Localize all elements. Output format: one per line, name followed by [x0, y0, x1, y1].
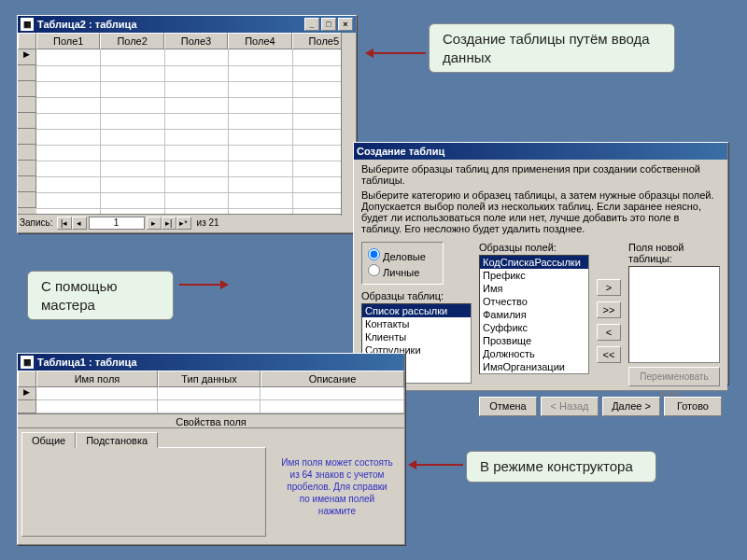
- callout-text: Создание таблицы путём ввода данных: [443, 31, 650, 65]
- nav-next-button[interactable]: ▸: [147, 217, 162, 230]
- help-text: Имя поля может состоять из 64 знаков с у…: [281, 456, 393, 517]
- list-item[interactable]: Прозвище: [480, 334, 588, 347]
- list-item[interactable]: Отчество: [480, 295, 588, 308]
- nav-first-button[interactable]: |◂: [57, 217, 72, 230]
- list-item[interactable]: Фамилия: [480, 308, 588, 321]
- wizard-intro-2: Выберите категорию и образец таблицы, а …: [361, 189, 720, 234]
- window-title: Таблица2 : таблица: [37, 19, 137, 30]
- list-item[interactable]: Клиенты: [362, 330, 471, 343]
- titlebar[interactable]: ▦ Таблица1 : таблица: [18, 354, 404, 371]
- category-radio-group: Деловые Личные: [361, 242, 444, 285]
- row-selector[interactable]: [18, 400, 36, 413]
- next-button[interactable]: Далее >: [602, 397, 660, 416]
- properties-panel[interactable]: [21, 447, 266, 537]
- row-selector[interactable]: [18, 129, 36, 145]
- callout-datasheet: Создание таблицы путём ввода данных: [429, 23, 675, 73]
- new-fields-listbox[interactable]: [628, 266, 720, 363]
- add-all-fields-button[interactable]: >>: [597, 301, 621, 318]
- cancel-button[interactable]: Отмена: [479, 397, 537, 416]
- minimize-button[interactable]: _: [304, 18, 319, 31]
- callout-text: В режиме конструктора: [480, 458, 633, 474]
- row-selector[interactable]: [18, 161, 36, 176]
- window-title: Таблица1 : таблица: [37, 357, 137, 368]
- list-item[interactable]: КодСпискаРассылки: [480, 256, 588, 269]
- window-table-wizard: Создание таблиц Выберите образцы таблиц …: [353, 142, 728, 385]
- nav-total: из 21: [197, 217, 219, 228]
- nav-label: Запись:: [20, 217, 53, 228]
- window-design-view: ▦ Таблица1 : таблица Имя поля Тип данных…: [17, 353, 405, 545]
- table-icon: ▦: [21, 356, 34, 369]
- arrow-icon: [179, 284, 226, 286]
- window-title: Создание таблиц: [357, 146, 444, 157]
- row-selector[interactable]: [18, 81, 36, 97]
- tab-general[interactable]: Общие: [21, 432, 76, 448]
- select-all-box[interactable]: [18, 33, 36, 49]
- row-selector[interactable]: [18, 176, 36, 192]
- list-item[interactable]: Список рассылки: [362, 304, 471, 317]
- finish-button[interactable]: Готово: [664, 397, 722, 416]
- column-header[interactable]: Поле4: [228, 33, 291, 49]
- label-new-fields: Поля новой таблицы:: [628, 242, 720, 264]
- row-selector[interactable]: [18, 97, 36, 113]
- properties-section-header: Свойства поля: [18, 413, 404, 428]
- list-item[interactable]: Контакты: [362, 317, 471, 330]
- label-sample-fields: Образцы полей:: [479, 242, 589, 253]
- column-header-desc[interactable]: Описание: [261, 371, 404, 387]
- callout-text: С помощью мастера: [41, 278, 118, 313]
- sample-fields-listbox[interactable]: КодСпискаРассылки Префикс Имя Отчество Ф…: [479, 255, 589, 374]
- list-item[interactable]: Адрес: [480, 373, 588, 374]
- column-header-type[interactable]: Тип данных: [158, 371, 261, 387]
- column-header-name[interactable]: Имя поля: [36, 371, 158, 387]
- column-header[interactable]: Поле3: [164, 33, 228, 49]
- record-navigator: Запись: |◂ ◂ 1 ▸ ▸| ▸* из 21: [18, 214, 356, 231]
- remove-field-button[interactable]: <: [597, 324, 621, 341]
- callout-wizard: С помощью мастера: [27, 271, 174, 320]
- column-header[interactable]: Поле1: [36, 33, 100, 49]
- list-item[interactable]: Префикс: [480, 269, 588, 282]
- datasheet-header: Поле1 Поле2 Поле3 Поле4 Поле5: [18, 33, 356, 49]
- row-selector[interactable]: [18, 65, 36, 81]
- window-datasheet: ▦ Таблица2 : таблица _ □ × Поле1 Поле2 П…: [17, 15, 357, 233]
- nav-last-button[interactable]: ▸|: [162, 217, 176, 230]
- callout-design: В режиме конструктора: [466, 451, 656, 483]
- row-selector[interactable]: [18, 113, 36, 129]
- datasheet-body[interactable]: ▶: [18, 49, 356, 214]
- list-item[interactable]: ИмяОрганизации: [480, 360, 588, 373]
- add-field-button[interactable]: >: [597, 279, 621, 296]
- row-selector[interactable]: [18, 145, 36, 161]
- wizard-intro-1: Выберите образцы таблиц для применения п…: [361, 163, 720, 186]
- titlebar[interactable]: ▦ Таблица2 : таблица _ □ ×: [18, 16, 356, 33]
- back-button[interactable]: < Назад: [541, 397, 599, 416]
- select-all-box[interactable]: [18, 371, 36, 387]
- radio-business[interactable]: Деловые: [368, 248, 437, 262]
- titlebar[interactable]: Создание таблиц: [354, 143, 727, 160]
- nav-prev-button[interactable]: ◂: [72, 217, 87, 230]
- tab-lookup[interactable]: Подстановка: [76, 432, 158, 448]
- arrow-icon: [368, 52, 426, 54]
- help-pane: Имя поля может состоять из 64 знаков с у…: [270, 428, 404, 544]
- maximize-button[interactable]: □: [321, 18, 336, 31]
- arrow-icon: [411, 464, 463, 466]
- close-button[interactable]: ×: [338, 18, 353, 31]
- row-selector[interactable]: ▶: [18, 49, 36, 65]
- list-item[interactable]: Должность: [480, 347, 588, 360]
- rename-field-button[interactable]: Переименовать поле...: [628, 367, 720, 386]
- radio-personal[interactable]: Личные: [368, 264, 437, 278]
- nav-current-field[interactable]: 1: [89, 217, 145, 230]
- row-selector[interactable]: [18, 192, 36, 208]
- list-item[interactable]: Имя: [480, 282, 588, 295]
- remove-all-fields-button[interactable]: <<: [597, 346, 621, 363]
- row-selector[interactable]: ▶: [18, 387, 36, 400]
- list-item[interactable]: Суффикс: [480, 321, 588, 334]
- column-header[interactable]: Поле2: [100, 33, 163, 49]
- table-icon: ▦: [21, 18, 34, 31]
- design-grid-body[interactable]: ▶: [18, 387, 404, 413]
- label-sample-tables: Образцы таблиц:: [361, 290, 472, 301]
- nav-new-button[interactable]: ▸*: [176, 217, 191, 230]
